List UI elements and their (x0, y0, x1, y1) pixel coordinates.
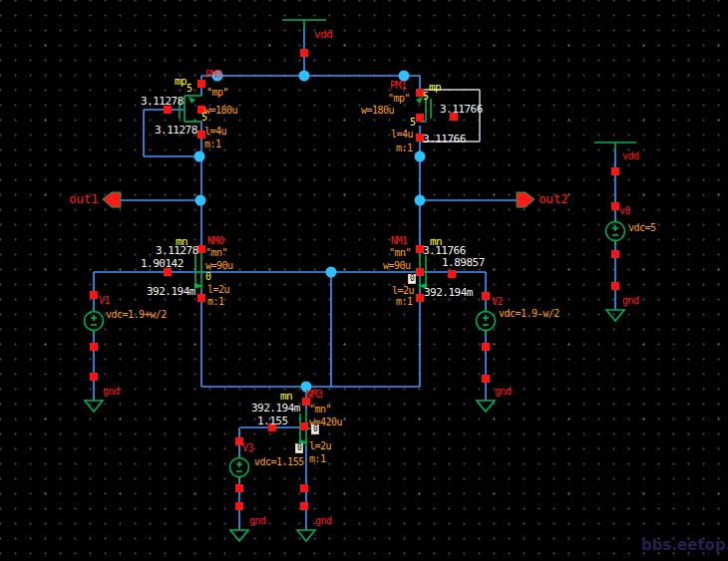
param-vdc-v1: vdc=1.9+w/2 (106, 310, 167, 320)
instance-label-nm1[interactable]: NM1 (391, 236, 408, 246)
net5-label: 5 (410, 118, 416, 128)
value-pm1-drain: 3.11766 (423, 134, 466, 144)
gnd-label-v2[interactable]: gnd (495, 387, 512, 397)
value-pm0-gate: 3.11278 (141, 96, 183, 107)
watermark: bbs.eetop.cn (641, 536, 728, 554)
model-label-pm0: "mp" (206, 88, 228, 98)
value-pm1-gate: 3.11766 (440, 104, 483, 115)
param-vdc-v3: vdc=1.155 (254, 457, 304, 467)
param-m-pm1: m:1 (396, 143, 413, 153)
param-vdc-v2: vdc=1.9-w/2 (499, 309, 559, 319)
bulk-net-nm3-a: 0 (311, 424, 319, 434)
param-vdc-v0: vdc=5 (628, 223, 656, 233)
cell-label-pm0[interactable]: mp (175, 76, 186, 87)
param-l-pm1: l=4u (391, 130, 413, 140)
supply-label-vdd-top[interactable]: vdd (314, 29, 332, 40)
value-nm0-source: 392.194m (147, 286, 195, 297)
pin-label-out2[interactable]: out2 (539, 192, 567, 205)
model-label-nm1: "mn" (389, 248, 411, 258)
gnd-symbol-v0[interactable] (606, 310, 624, 321)
instance-label-pm0[interactable]: PM0 (205, 70, 222, 80)
pin-label-out1[interactable]: out1 (69, 192, 98, 205)
instance-label-v3[interactable]: V3 (242, 443, 253, 453)
instance-label-v2[interactable]: V2 (492, 297, 503, 307)
param-m-pm0: m:1 (204, 140, 221, 149)
param-w-nm0: w=90u (205, 261, 233, 271)
bulk-net-nm1: 0 (408, 274, 416, 284)
param-l-nm1: l=2u (392, 286, 414, 296)
pin-out2[interactable] (517, 192, 535, 207)
net5-label: 5 (423, 92, 429, 102)
vsource-v2[interactable] (477, 308, 496, 335)
gnd-label-v3[interactable]: gnd (249, 516, 266, 526)
param-l-pm0: l=4u (204, 127, 226, 137)
bulk-net-nm3-b: 0 (295, 443, 303, 453)
param-m-nm3: m:1 (309, 454, 326, 464)
value-nm1-source: 392.194m (424, 287, 473, 298)
schematic-canvas[interactable]: vddmp5PM0"mp"3.11278w=180u53.11278l=4um:… (0, 0, 728, 561)
pmos-arrow-icon (416, 97, 423, 104)
instance-label-nm0[interactable]: NM0 (207, 236, 224, 246)
instance-label-v1[interactable]: V1 (99, 296, 110, 306)
param-l-nm0: l=2u (207, 285, 229, 295)
value-pm0-drain: 3.11278 (155, 125, 197, 136)
net5-label: 5 (186, 84, 192, 94)
vsource-v3[interactable] (230, 454, 249, 481)
instance-label-pm1[interactable]: PM1 (390, 81, 407, 91)
gnd-symbol-v1[interactable] (85, 401, 103, 412)
selection-handle[interactable] (90, 49, 619, 510)
vsource-v0[interactable] (606, 218, 625, 245)
cell-label-pm1[interactable]: mp (429, 82, 441, 93)
gnd-label-v0[interactable]: gnd (622, 296, 639, 306)
param-l-nm3: l=2u (309, 441, 331, 451)
param-w-pm0: w=180u (204, 106, 237, 116)
gnd-symbol-v3[interactable] (230, 530, 248, 541)
value-nm0-drain: 3.11278 (156, 245, 198, 256)
instance-label-nm3[interactable]: NM3 (306, 390, 323, 400)
cell-label-nm3[interactable]: mn (280, 391, 292, 402)
gnd-symbol-nm3[interactable] (297, 530, 315, 541)
param-m-nm0: m:1 (207, 297, 224, 307)
param-w-nm1: w=90u (383, 261, 411, 271)
bulk-net-nm0: 0 (205, 272, 211, 282)
supply-label-vdd-right[interactable]: vdd (622, 151, 639, 161)
net5-label: 5 (201, 113, 207, 123)
model-label-pm1: "mp" (388, 94, 410, 104)
model-label-nm0: "mn" (205, 248, 227, 258)
vsource-v1[interactable] (85, 308, 104, 335)
model-label-nm3: "mn" (309, 405, 331, 415)
value-nm1-drain: 3.11766 (423, 245, 466, 256)
value-nm1-gate: 1.89857 (442, 257, 485, 268)
param-m-nm1: m:1 (396, 297, 413, 307)
pmos-arrow-icon (188, 97, 195, 104)
param-w-pm1: w=180u (361, 106, 394, 116)
gnd-label-nm3[interactable]: gnd (315, 516, 332, 526)
gnd-symbol-v2[interactable] (477, 401, 495, 412)
value-nm3-gate: 1.155 (257, 416, 288, 426)
nmos-nm0[interactable] (194, 252, 203, 290)
junction-dot (194, 71, 426, 393)
pin-out1[interactable] (103, 192, 121, 207)
instance-label-v0[interactable]: v0 (619, 206, 630, 216)
value-nm3-drain: 392.194m (251, 403, 300, 414)
gnd-label-v1[interactable]: gnd (103, 387, 120, 397)
value-nm0-gate: 1.90142 (141, 258, 183, 269)
